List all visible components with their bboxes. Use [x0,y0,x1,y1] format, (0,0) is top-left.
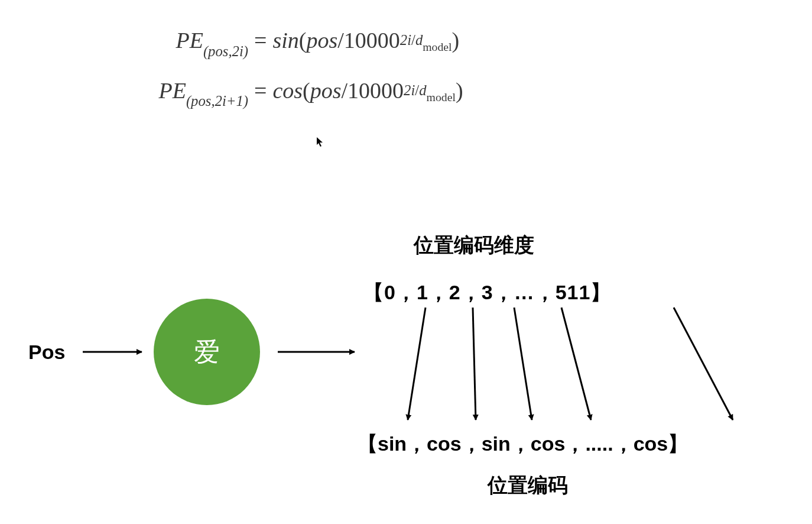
close-paren: ) [456,74,463,108]
open-paren: ( [299,24,307,57]
exp-d: d [419,82,426,98]
pe-symbol: PE [158,78,186,103]
equals-sign: = [248,24,272,57]
arrow-map-511 [674,308,733,420]
exp-slash: / [411,32,415,48]
pos-arg: pos [306,24,337,57]
exp-2i: 2i [404,82,415,98]
slash: / [337,24,344,57]
arrow-map-3 [561,308,591,420]
exp-model: model [427,90,456,103]
arrow-map-0 [408,308,426,420]
base-10000: 10000 [344,24,400,57]
open-paren: ( [303,74,310,108]
exp-d: d [415,32,423,48]
formula-sin: PE(pos,2i) = sin(pos/100002i/dmodel) [83,24,463,59]
diagram: Pos 爱 位置编码维度 【0，1，2，3，…，511】 【sin，cos，si… [0,225,812,520]
pe-subscript: (pos,2i) [203,43,248,59]
pe-subscript: (pos,2i+1) [186,93,248,109]
formula-cos: PE(pos,2i+1) = cos(pos/100002i/dmodel) [83,74,463,109]
exp-model: model [423,40,452,53]
arrow-map-1 [473,308,476,420]
formula-block: PE(pos,2i) = sin(pos/100002i/dmodel) PE(… [83,24,463,124]
cos-fn: cos [272,74,303,108]
equals-sign: = [248,74,272,108]
pe-symbol: PE [176,28,203,53]
cursor-icon [316,136,324,152]
arrow-map-2 [514,308,532,420]
base-10000: 10000 [347,74,404,108]
sin-fn: sin [272,24,298,57]
pos-arg: pos [310,74,342,108]
arrows-svg [0,225,812,520]
slash: / [342,74,348,108]
exp-2i: 2i [400,32,411,48]
close-paren: ) [452,24,460,57]
